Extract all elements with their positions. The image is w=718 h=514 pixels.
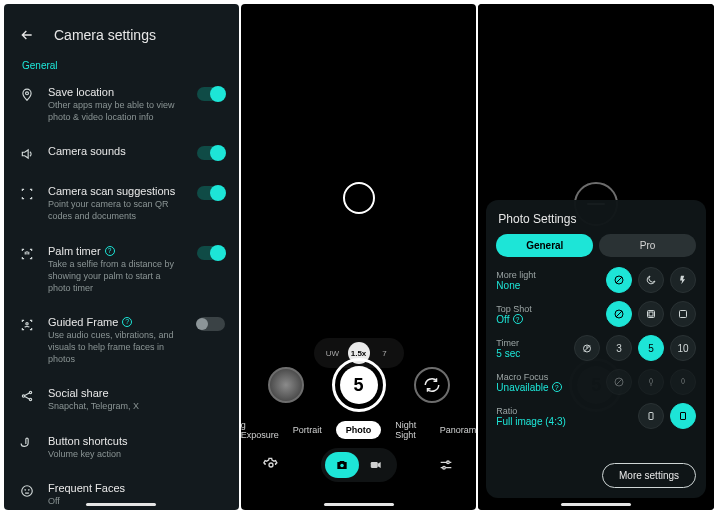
opt-timer-10[interactable]: 10 <box>670 335 696 361</box>
gesture-icon <box>18 435 36 453</box>
opt-timer-5[interactable]: 5 <box>638 335 664 361</box>
svg-point-13 <box>447 461 450 464</box>
svg-point-14 <box>443 466 446 469</box>
capture-controls: 5 <box>241 358 477 412</box>
sheet-tabs[interactable]: General Pro <box>496 234 696 257</box>
opt-auto-icon[interactable] <box>638 301 664 327</box>
nav-bar[interactable] <box>86 503 156 506</box>
mode-panorama[interactable]: Panoram <box>440 425 477 435</box>
camera-viewfinder-screen: UW 1.5x 7 5 g Exposure Portrait Photo Ni… <box>241 4 477 510</box>
row-label: Top Shot <box>496 304 532 314</box>
opt-on-icon[interactable] <box>670 301 696 327</box>
face-icon <box>18 482 36 500</box>
row-ratio: RatioFull image (4:3) <box>496 403 696 429</box>
svg-point-0 <box>26 92 29 95</box>
frame-icon <box>18 316 36 334</box>
svg-point-10 <box>269 463 273 467</box>
item-guided-frame[interactable]: Guided Frame?Use audio cues, vibrations,… <box>18 305 225 376</box>
item-title: Button shortcuts <box>48 435 225 447</box>
opt-macro-auto <box>638 369 664 395</box>
toggle[interactable] <box>197 87 225 101</box>
photo-settings-sheet-screen: 5 Photo Settings General Pro More lightN… <box>478 4 714 510</box>
shutter-button[interactable]: 5 <box>332 358 386 412</box>
toggle[interactable] <box>197 146 225 160</box>
row-top-shot: Top ShotOff? <box>496 301 696 327</box>
mode-night-sight[interactable]: Night Sight <box>395 420 426 440</box>
item-sub: Use audio cues, vibrations, and visuals … <box>48 329 185 365</box>
row-label: Timer <box>496 338 520 348</box>
tab-general[interactable]: General <box>496 234 593 257</box>
item-palm-timer[interactable]: Palm timer?Take a selfie from a distance… <box>18 234 225 305</box>
opt-timer-3[interactable]: 3 <box>606 335 632 361</box>
svg-point-7 <box>28 489 29 490</box>
scan-icon <box>18 185 36 203</box>
mode-strip[interactable]: g Exposure Portrait Photo Night Sight Pa… <box>241 420 477 440</box>
toggle[interactable] <box>197 317 225 331</box>
back-icon[interactable] <box>18 26 36 44</box>
sound-icon <box>18 145 36 163</box>
settings-list: Save locationOther apps may be able to v… <box>4 75 239 510</box>
row-more-light: More lightNone <box>496 267 696 293</box>
toggle[interactable] <box>197 246 225 260</box>
photo-tab[interactable] <box>325 452 359 478</box>
row-value: Off? <box>496 314 532 325</box>
pin-icon <box>18 86 36 104</box>
settings-gear-icon[interactable] <box>263 457 279 473</box>
item-title: Social share <box>48 387 225 399</box>
item-camera-sounds[interactable]: Camera sounds <box>18 134 225 174</box>
help-icon[interactable]: ? <box>122 317 132 327</box>
item-title: Camera sounds <box>48 145 185 157</box>
opt-ratio-wide[interactable] <box>638 403 664 429</box>
mode-long-exposure[interactable]: g Exposure <box>241 420 279 440</box>
svg-point-5 <box>22 485 33 496</box>
svg-point-3 <box>29 392 31 394</box>
section-label: General <box>4 60 239 75</box>
opt-timer-off[interactable] <box>574 335 600 361</box>
item-title: Guided Frame? <box>48 316 185 328</box>
tab-pro[interactable]: Pro <box>599 234 696 257</box>
row-label: Macro Focus <box>496 372 561 382</box>
focus-ring <box>343 182 375 214</box>
nav-bar[interactable] <box>561 503 631 506</box>
timer-count: 5 <box>340 366 378 404</box>
svg-rect-18 <box>649 312 653 316</box>
row-value: Full image (4:3) <box>496 416 565 427</box>
opt-ratio-full[interactable] <box>670 403 696 429</box>
mode-portrait[interactable]: Portrait <box>293 425 322 435</box>
item-scan-suggestions[interactable]: Camera scan suggestionsPoint your camera… <box>18 174 225 233</box>
row-value: None <box>496 280 536 291</box>
svg-rect-22 <box>649 413 653 420</box>
sliders-icon[interactable] <box>438 457 454 473</box>
row-macro-focus: Macro FocusUnavailable? <box>496 369 696 395</box>
toggle[interactable] <box>197 186 225 200</box>
more-settings-button[interactable]: More settings <box>602 463 696 488</box>
photo-settings-sheet: Photo Settings General Pro More lightNon… <box>486 200 706 498</box>
help-icon[interactable]: ? <box>105 246 115 256</box>
mode-photo[interactable]: Photo <box>336 421 382 439</box>
svg-point-6 <box>25 489 26 490</box>
gallery-button[interactable] <box>268 367 304 403</box>
header: Camera settings <box>4 4 239 60</box>
opt-macro-on <box>670 369 696 395</box>
nav-bar[interactable] <box>324 503 394 506</box>
help-icon[interactable]: ? <box>513 314 523 324</box>
opt-flash-icon[interactable] <box>670 267 696 293</box>
item-social-share[interactable]: Social shareSnapchat, Telegram, X <box>18 376 225 423</box>
share-icon <box>18 387 36 405</box>
opt-none-icon[interactable] <box>606 267 632 293</box>
photo-video-switch[interactable] <box>321 448 397 482</box>
item-sub: Take a selfie from a distance by showing… <box>48 258 185 294</box>
video-tab[interactable] <box>359 452 393 478</box>
item-sub: Snapchat, Telegram, X <box>48 400 225 412</box>
item-button-shortcuts[interactable]: Button shortcutsVolume key action <box>18 424 225 471</box>
opt-off-icon[interactable] <box>606 301 632 327</box>
opt-night-icon[interactable] <box>638 267 664 293</box>
svg-rect-23 <box>681 413 686 420</box>
svg-point-2 <box>22 395 24 397</box>
flip-camera-button[interactable] <box>414 367 450 403</box>
item-sub: Point your camera to scan QR codes and d… <box>48 198 185 222</box>
help-icon[interactable]: ? <box>552 382 562 392</box>
item-save-location[interactable]: Save locationOther apps may be able to v… <box>18 75 225 134</box>
item-sub: Other apps may be able to view photo & v… <box>48 99 185 123</box>
item-title: Frequent Faces <box>48 482 225 494</box>
